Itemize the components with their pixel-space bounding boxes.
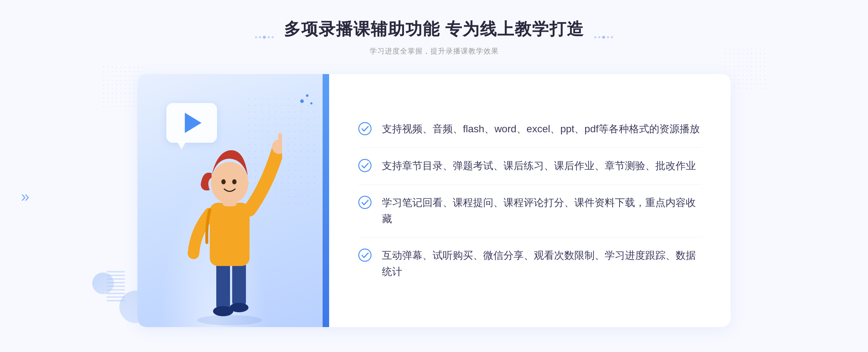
svg-point-12 bbox=[359, 123, 371, 135]
feature-text-3: 学习笔记回看、课程提问、课程评论打分、课件资料下载，重点内容收藏 bbox=[382, 195, 702, 227]
svg-point-11 bbox=[232, 179, 237, 184]
header-dots-left bbox=[255, 36, 274, 39]
content-panel: 支持视频、音频、flash、word、excel、ppt、pdf等各种格式的资源… bbox=[329, 74, 731, 327]
page-wrapper: » 多项录播课辅助功能 专为线上教学打造 学习进度全掌握，提升录播课教学效果 bbox=[0, 0, 868, 352]
person-illustration bbox=[174, 120, 282, 327]
dot-3 bbox=[263, 36, 266, 39]
check-icon-1 bbox=[358, 122, 372, 136]
svg-point-0 bbox=[197, 315, 262, 325]
feature-item-3: 学习笔记回看、课程提问、课程评论打分、课件资料下载，重点内容收藏 bbox=[358, 185, 702, 238]
svg-rect-2 bbox=[232, 261, 246, 308]
dot-r2 bbox=[598, 36, 600, 38]
blue-sidebar-accent bbox=[323, 74, 329, 327]
svg-point-15 bbox=[359, 249, 371, 261]
chevron-left-decoration: » bbox=[21, 188, 29, 205]
illustration-panel bbox=[137, 74, 329, 327]
check-icon-2 bbox=[358, 159, 372, 172]
svg-point-10 bbox=[221, 179, 226, 184]
dot-4 bbox=[268, 36, 270, 38]
feature-text-4: 互动弹幕、试听购买、微信分享、观看次数限制、学习进度跟踪、数据统计 bbox=[382, 248, 702, 280]
dot-1 bbox=[255, 36, 257, 38]
feature-text-1: 支持视频、音频、flash、word、excel、ppt、pdf等各种格式的资源… bbox=[382, 121, 700, 137]
dot-5 bbox=[272, 36, 274, 38]
feature-item-1: 支持视频、音频、flash、word、excel、ppt、pdf等各种格式的资源… bbox=[358, 111, 702, 148]
header-dots-right bbox=[594, 36, 613, 39]
dot-r4 bbox=[607, 36, 609, 38]
svg-point-4 bbox=[230, 303, 248, 312]
check-icon-4 bbox=[358, 248, 372, 262]
sparkle-dot-3 bbox=[310, 102, 312, 104]
header-section: 多项录播课辅助功能 专为线上教学打造 学习进度全掌握，提升录播课教学效果 bbox=[284, 18, 584, 56]
page-subtitle: 学习进度全掌握，提升录播课教学效果 bbox=[284, 46, 584, 56]
svg-rect-1 bbox=[216, 261, 230, 311]
stripe-decoration bbox=[107, 269, 125, 301]
feature-item-2: 支持章节目录、弹题考试、课后练习、课后作业、章节测验、批改作业 bbox=[358, 148, 702, 185]
dot-2 bbox=[259, 36, 261, 38]
features-list: 支持视频、音频、flash、word、excel、ppt、pdf等各种格式的资源… bbox=[358, 111, 702, 290]
sparkle-dot-1 bbox=[300, 99, 304, 103]
dot-r5 bbox=[611, 36, 613, 38]
dot-r3 bbox=[602, 36, 605, 39]
svg-point-9 bbox=[211, 162, 248, 204]
dot-r1 bbox=[594, 36, 596, 38]
main-card: 支持视频、音频、flash、word、excel、ppt、pdf等各种格式的资源… bbox=[137, 74, 731, 327]
feature-text-2: 支持章节目录、弹题考试、课后练习、课后作业、章节测验、批改作业 bbox=[382, 158, 696, 174]
check-icon-3 bbox=[358, 196, 372, 209]
page-title: 多项录播课辅助功能 专为线上教学打造 bbox=[284, 18, 584, 40]
sparkle-dot-2 bbox=[306, 94, 309, 97]
svg-point-14 bbox=[359, 196, 371, 209]
svg-point-13 bbox=[359, 159, 371, 172]
feature-item-4: 互动弹幕、试听购买、微信分享、观看次数限制、学习进度跟踪、数据统计 bbox=[358, 237, 702, 290]
